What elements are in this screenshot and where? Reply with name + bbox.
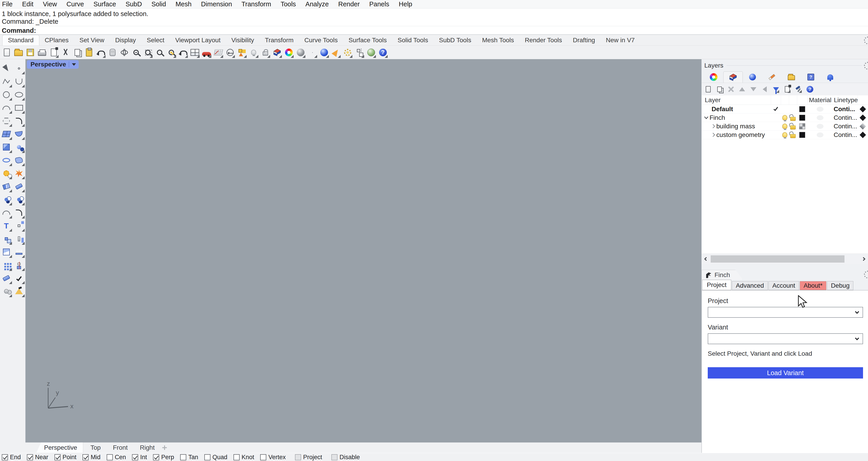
toolbar-tab-display[interactable]: Display <box>110 35 141 45</box>
record-history-button[interactable] <box>354 46 365 59</box>
torus-tool[interactable] <box>0 154 13 167</box>
osnap-cen[interactable]: Cen <box>107 454 126 461</box>
polygon-tool[interactable] <box>0 114 13 127</box>
checkbox[interactable] <box>260 454 266 460</box>
finch-panel-tab[interactable]: Finch <box>702 270 743 280</box>
move-layer-up-button[interactable] <box>738 85 746 94</box>
viewport-tab-top[interactable]: Top <box>86 443 105 453</box>
loft-surface-tool[interactable] <box>13 127 25 141</box>
toolbar-tab-mesh-tools[interactable]: Mesh Tools <box>477 35 520 45</box>
checkbox[interactable] <box>55 454 61 460</box>
layer-linetype[interactable]: Contin... <box>833 131 858 139</box>
expand-chevron-icon[interactable] <box>711 133 715 137</box>
pyramid-tool[interactable] <box>13 285 25 298</box>
checkbox[interactable] <box>331 454 338 460</box>
layer-row-default[interactable]: Default Conti... <box>702 105 868 114</box>
finch-tab-account[interactable]: Account <box>769 281 799 290</box>
check-objects-tool[interactable] <box>13 272 25 285</box>
toolbar-tab-cplanes[interactable]: CPlanes <box>39 35 74 45</box>
named-views-button[interactable] <box>201 46 212 59</box>
checkbox[interactable] <box>107 454 113 460</box>
checkbox[interactable] <box>234 454 240 460</box>
notes-panel-tab[interactable] <box>782 71 801 83</box>
new-sublayer-button[interactable] <box>716 85 723 94</box>
chevron-down-icon[interactable] <box>72 63 76 66</box>
surface-from-points-tool[interactable] <box>0 127 13 141</box>
zoom-selected-button[interactable] <box>154 46 165 59</box>
layers-panel-tab[interactable] <box>723 71 743 83</box>
layers-dialog-button[interactable] <box>272 46 283 59</box>
layer-tools-button[interactable] <box>795 85 802 94</box>
checkbox[interactable] <box>204 454 211 460</box>
new-layer-button[interactable] <box>704 85 712 94</box>
gear-icon[interactable] <box>864 271 868 278</box>
layer-unlocked-icon[interactable] <box>790 134 796 138</box>
menu-file[interactable]: File <box>0 0 18 8</box>
extend-curve-tool[interactable] <box>0 206 13 219</box>
layers-help-button[interactable]: ? <box>806 85 814 94</box>
patch-surface-tool[interactable] <box>13 154 25 167</box>
fillet-curve-tool[interactable] <box>13 114 25 127</box>
set-view-button[interactable] <box>225 46 236 59</box>
menu-tools[interactable]: Tools <box>276 0 301 8</box>
viewport-tab-right[interactable]: Right <box>135 443 160 453</box>
osnap-near[interactable]: Near <box>27 454 49 461</box>
print-color-diamond[interactable] <box>860 123 866 129</box>
load-variant-button[interactable]: Load Variant <box>708 367 863 378</box>
osnap-quad[interactable]: Quad <box>204 454 227 461</box>
move-layer-down-button[interactable] <box>749 85 757 94</box>
layer-settings-button[interactable] <box>783 85 791 94</box>
menu-edit[interactable]: Edit <box>18 0 38 8</box>
layer-unlocked-icon[interactable] <box>790 125 796 129</box>
point-tool[interactable] <box>13 62 25 75</box>
viewport-title-pill[interactable]: Perspective <box>27 60 79 69</box>
sphere-tool[interactable] <box>13 141 25 154</box>
toolbar-tab-subd-tools[interactable]: SubD Tools <box>434 35 477 45</box>
horizontal-scrollbar[interactable] <box>702 253 868 264</box>
toolbar-tab-render-tools[interactable]: Render Tools <box>520 35 567 45</box>
osnap-vertex[interactable]: Vertex <box>260 454 286 461</box>
cut-button[interactable] <box>60 46 71 59</box>
toolbar-tab-curve-tools[interactable]: Curve Tools <box>299 35 343 45</box>
rectangle-tool[interactable] <box>13 101 25 114</box>
arc-tool[interactable] <box>0 101 13 114</box>
scale-tool[interactable] <box>13 219 25 232</box>
finch-tab-about[interactable]: About* <box>800 281 827 290</box>
layer-unlocked-icon[interactable] <box>790 117 796 121</box>
render-button[interactable] <box>319 46 330 59</box>
finch-tab-debug[interactable]: Debug <box>827 281 854 290</box>
extrude-surface-tool[interactable] <box>13 245 25 258</box>
add-viewport-button[interactable] <box>162 445 167 450</box>
gear-icon[interactable] <box>864 62 868 70</box>
menu-analyze[interactable]: Analyze <box>301 0 333 8</box>
render-environment-button[interactable] <box>366 46 377 59</box>
osnap-perp[interactable]: Perp <box>153 454 174 461</box>
zoom-window-button[interactable] <box>143 46 153 59</box>
layer-linetype[interactable]: Contin... <box>833 114 858 122</box>
toolbar-tab-visibility[interactable]: Visibility <box>226 35 259 45</box>
osnap-point[interactable]: Point <box>55 454 76 461</box>
menu-dimension[interactable]: Dimension <box>196 0 237 8</box>
boolean-union-tool[interactable] <box>0 193 13 206</box>
pan-button[interactable] <box>107 46 118 59</box>
expand-chevron-icon[interactable] <box>711 124 715 128</box>
menu-panels[interactable]: Panels <box>364 0 394 8</box>
perspective-viewport[interactable]: Perspective z y x <box>25 59 702 442</box>
osnap-project[interactable]: Project <box>295 454 322 461</box>
print-color-diamond[interactable] <box>860 131 866 138</box>
toolbar-tab-viewport-layout[interactable]: Viewport Layout <box>170 35 226 45</box>
menu-help[interactable]: Help <box>394 0 417 8</box>
column-layer[interactable]: Layer <box>702 96 771 104</box>
checkbox[interactable] <box>180 454 186 460</box>
text-tool[interactable]: T <box>0 219 13 232</box>
zoom-dynamic-button[interactable] <box>131 46 142 59</box>
layer-row-building-mass[interactable]: building mass Contin... <box>702 122 868 131</box>
checkbox[interactable] <box>83 454 89 460</box>
layer-color-swatch[interactable] <box>799 123 805 129</box>
undo-view-change-button[interactable] <box>178 46 188 59</box>
toolbar-tab-set-view[interactable]: Set View <box>74 35 110 45</box>
checkbox[interactable] <box>132 454 138 460</box>
viewport-tab-perspective[interactable]: Perspective <box>36 442 83 453</box>
menu-surface[interactable]: Surface <box>89 0 121 8</box>
circle-tool[interactable] <box>0 88 13 101</box>
